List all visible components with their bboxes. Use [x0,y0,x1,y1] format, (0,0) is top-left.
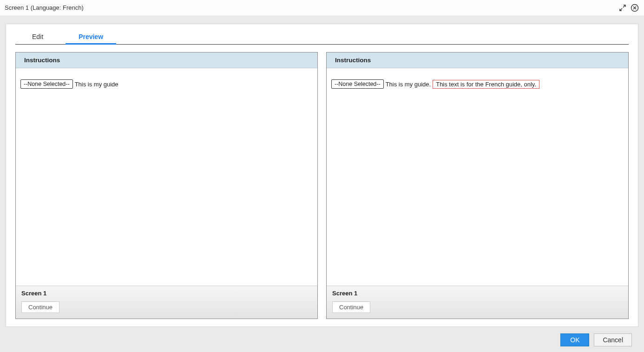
screen-body-left: --None Selected-- This is my guide [16,68,317,286]
guide-text-left: This is my guide [75,81,118,88]
preview-panel-left: Instructions --None Selected-- This is m… [15,52,318,319]
dialog-window: Screen 1 (Language: French) [0,0,644,352]
content-panel: Edit Preview Instructions --None Selecte… [6,24,638,327]
close-icon[interactable] [630,3,639,13]
dropdown-left[interactable]: --None Selected-- [20,79,73,89]
title-bar-controls [618,3,639,13]
highlight-text-right: This text is for the French guide, only. [433,80,539,89]
instructions-header-left: Instructions [16,52,317,68]
preview-panel-right: Instructions --None Selected-- This is m… [326,52,629,319]
ok-button[interactable]: OK [560,333,589,346]
svg-line-0 [620,8,622,11]
cancel-button[interactable]: Cancel [594,333,632,346]
window-title: Screen 1 (Language: French) [5,4,618,11]
tab-edit-label: Edit [32,33,43,40]
dialog-button-row: OK Cancel [6,327,638,346]
continue-button-right[interactable]: Continue [332,301,370,313]
instructions-header-right: Instructions [327,52,628,68]
screen-footer-left: Screen 1 Continue [16,286,317,319]
preview-row: Instructions --None Selected-- This is m… [15,52,629,319]
collapse-icon[interactable] [618,3,627,13]
svg-line-1 [623,5,625,7]
guide-line-left: --None Selected-- This is my guide [20,79,313,89]
screen-footer-label-left: Screen 1 [21,290,312,297]
continue-button-left[interactable]: Continue [21,301,59,313]
tab-edit[interactable]: Edit [15,28,60,44]
screen-body-right: --None Selected-- This is my guide. This… [327,68,628,286]
title-bar: Screen 1 (Language: French) [0,0,644,16]
dropdown-right[interactable]: --None Selected-- [331,79,384,89]
screen-footer-right: Screen 1 Continue [327,286,628,319]
tabs-row: Edit Preview [15,24,629,45]
screen-footer-label-right: Screen 1 [332,290,623,297]
guide-text-right: This is my guide. [386,81,431,88]
dialog-body: Edit Preview Instructions --None Selecte… [0,16,644,352]
guide-line-right: --None Selected-- This is my guide. This… [331,79,624,89]
tab-preview-label: Preview [79,33,103,40]
tab-preview[interactable]: Preview [60,28,122,44]
